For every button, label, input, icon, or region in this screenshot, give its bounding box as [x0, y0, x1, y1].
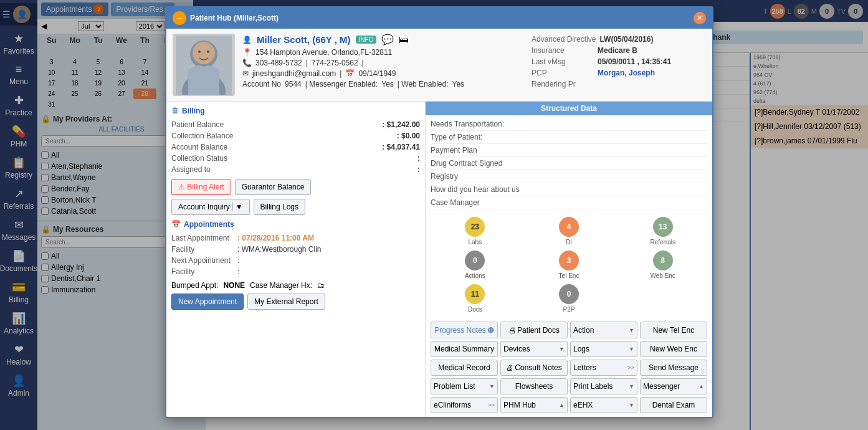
guarantor-balance-label: Guarantor Balance — [242, 183, 305, 191]
billing-value: : $4,037.41 — [382, 143, 420, 151]
my-external-report-button[interactable]: My External Report — [247, 294, 325, 310]
stat-referrals[interactable]: 13 Referrals — [618, 217, 707, 246]
bed-icon[interactable]: 🛏 — [399, 34, 409, 45]
problem-list-button[interactable]: Problem List ▼ — [431, 378, 498, 394]
consult-notes-icon: 🖨 — [506, 363, 513, 372]
patient-docs-icon: 🖨 — [508, 326, 516, 335]
hub-right-panel: Structured Data Needs Transportation: Ty… — [426, 102, 712, 417]
msg-icon[interactable]: 💬 — [381, 34, 394, 45]
billing-logs-button[interactable]: Billing Logs — [254, 199, 305, 215]
billing-row: Account Balance : $4,037.41 — [171, 141, 420, 153]
flowsheets-button[interactable]: Flowsheets — [500, 378, 568, 394]
patient-avatar — [176, 36, 232, 95]
svg-point-23 — [207, 50, 209, 53]
eehx-label: eEHX — [573, 401, 593, 409]
progress-notes-button[interactable]: Progress Notes ⊕ — [431, 322, 498, 338]
new-appointment-button[interactable]: New Appointment — [171, 294, 244, 310]
stat-tel-enc[interactable]: 3 Tel Enc — [525, 251, 614, 279]
letters-button[interactable]: Letters >> — [570, 360, 637, 376]
stat-labs[interactable]: 23 Labs — [431, 217, 520, 246]
tel-enc-count: 3 — [567, 256, 571, 265]
meta-last-vmsg: 05/09/0011 , 14:35:41 — [598, 57, 671, 66]
print-labels-label: Print Labels — [573, 382, 613, 391]
print-labels-button[interactable]: Print Labels ▼ — [570, 378, 637, 394]
medical-summary-button[interactable]: Medical Summary — [431, 341, 498, 357]
billing-btn-row-2: Account Inquiry ▼ Billing Logs — [171, 199, 420, 215]
pin-icon: 📍 — [242, 48, 252, 57]
appt-label: Facility — [171, 245, 234, 254]
billing-row: Collection Status : — [171, 153, 420, 164]
stat-p2p[interactable]: 0 P2P — [525, 284, 614, 313]
svg-point-21 — [193, 42, 215, 64]
messenger-enabled: Yes — [381, 80, 394, 88]
letters-label: Letters — [573, 363, 596, 372]
new-web-enc-button[interactable]: New Web Enc — [640, 341, 707, 357]
hub-title: Patient Hub (Miller,Scott) — [190, 14, 279, 22]
billing-btn-row-1: ⚠ Billing Alert Guarantor Balance — [171, 179, 420, 195]
billing-icon: 🗓 — [171, 107, 179, 115]
messenger-button[interactable]: Messenger ▲ — [640, 378, 707, 394]
di-circle: 4 — [559, 217, 579, 237]
problem-list-label: Problem List — [434, 382, 475, 391]
dental-exam-button[interactable]: Dental Exam — [640, 397, 707, 413]
billing-value: : — [417, 165, 420, 174]
appt-value: : — [237, 267, 239, 276]
bumped-appt-value: NONE — [223, 281, 245, 290]
logs-button[interactable]: Logs ▼ — [570, 341, 637, 357]
hub-titlebar-left: → Patient Hub (Miller,Scott) — [173, 11, 279, 25]
stat-di[interactable]: 4 DI — [525, 217, 614, 246]
billing-label: Patient Balance — [171, 120, 224, 129]
phm-hub-button[interactable]: PHM Hub ▲ — [500, 397, 568, 413]
appointments-section: 📅 Appointments Last Appointment : 07/28/… — [171, 220, 420, 310]
new-tel-enc-button[interactable]: New Tel Enc — [640, 322, 707, 338]
eehx-button[interactable]: eEHX ▼ — [570, 397, 637, 413]
appt-row: Next Appointment : — [171, 255, 420, 266]
web-enc-count: 8 — [661, 256, 665, 265]
web-enabled: Yes — [452, 80, 464, 88]
ecliniform-button[interactable]: eCliniforms >> — [431, 397, 498, 413]
problem-list-arrow: ▼ — [489, 383, 495, 389]
action-button[interactable]: Action ▼ — [570, 322, 637, 338]
structured-data-title: Structured Data — [541, 104, 597, 113]
hub-left-panel: 🗓 Billing Patient Balance : $1,242.00 Co… — [166, 102, 426, 417]
sd-label: Drug Contract Signed — [431, 159, 512, 168]
appt-label: Last Appointment — [171, 234, 234, 242]
eehx-arrow: ▼ — [629, 402, 634, 408]
patient-photo — [173, 34, 235, 96]
appt-row: Last Appointment : 07/28/2016 11:00 AM — [171, 232, 420, 244]
billing-label: Collection Status — [171, 154, 227, 163]
hub-titlebar: → Patient Hub (Miller,Scott) ✕ — [166, 7, 712, 29]
phm-hub-arrow: ▲ — [559, 402, 565, 408]
sd-label: Payment Plan — [431, 146, 512, 155]
alert-icon: ⚠ — [178, 183, 187, 191]
account-label: Account No — [242, 80, 281, 88]
stat-docs[interactable]: 11 Docs — [431, 284, 520, 313]
billing-title: 🗓 Billing — [171, 107, 420, 115]
meta-row: Advanced Directive LW(05/04/2016) — [532, 34, 706, 45]
patient-hub-modal: → Patient Hub (Miller,Scott) ✕ — [165, 6, 713, 418]
medical-record-button[interactable]: Medical Record — [431, 360, 498, 376]
structured-data-header: Structured Data — [426, 102, 712, 115]
consult-notes-button[interactable]: 🖨 Consult Notes — [500, 360, 568, 376]
devices-button[interactable]: Devices ▼ — [500, 341, 568, 357]
billing-label: Collection Balance — [171, 131, 233, 140]
case-manager-icon: 🗂 — [317, 281, 325, 290]
send-message-button[interactable]: Send Message — [640, 360, 707, 376]
billing-alert-button[interactable]: ⚠ Billing Alert — [171, 179, 231, 195]
appt-row: Facility : — [171, 266, 420, 277]
patient-email-row: ✉ jineshgandhi@gmail.com | 📅 09/14/1949 — [242, 69, 524, 78]
account-inquiry-button[interactable]: Account Inquiry ▼ — [171, 199, 250, 215]
info-badge[interactable]: INFO — [356, 36, 377, 44]
action-arrow: ▼ — [629, 327, 634, 333]
hub-nav-forward-button[interactable]: → — [173, 11, 186, 25]
my-external-report-label: My External Report — [254, 297, 318, 306]
labs-circle: 23 — [465, 217, 485, 237]
stat-web-enc[interactable]: 8 Web Enc — [618, 251, 707, 279]
stat-actions[interactable]: 0 Actions — [431, 251, 520, 279]
labs-label: Labs — [468, 239, 482, 246]
hub-close-button[interactable]: ✕ — [694, 12, 706, 24]
patient-meta: Advanced Directive LW(05/04/2016) Insura… — [532, 34, 706, 96]
guarantor-balance-button[interactable]: Guarantor Balance — [235, 179, 312, 195]
patient-docs-button[interactable]: 🖨 Patient Docs — [500, 322, 568, 338]
billing-label: Assigned to — [171, 165, 211, 174]
